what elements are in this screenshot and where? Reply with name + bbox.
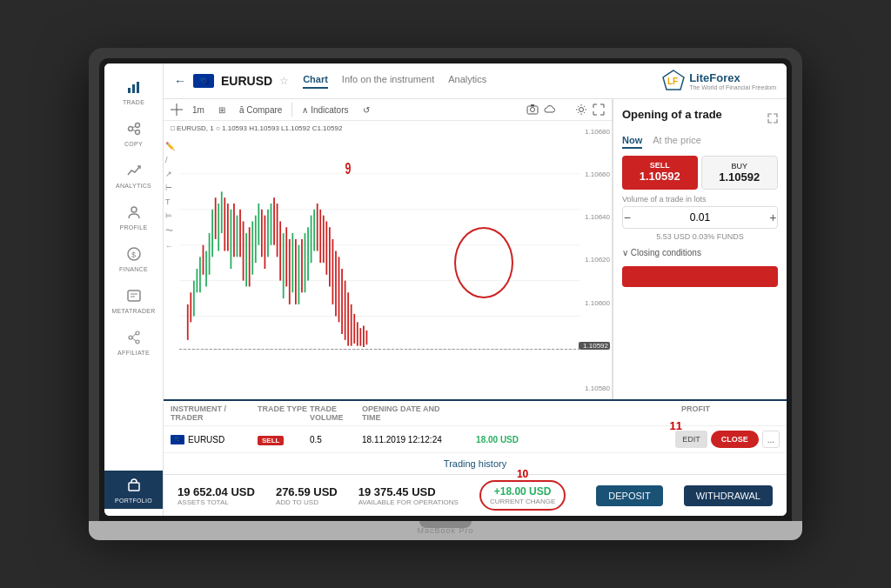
camera-icon[interactable] [526, 104, 539, 116]
row-actions: EDIT CLOSE ... [675, 431, 780, 448]
svg-rect-92 [366, 331, 368, 344]
sidebar-item-analytics[interactable]: ANALYTICS [104, 154, 163, 196]
mode-now-btn[interactable]: Now [622, 135, 642, 149]
sidebar-item-portfolio[interactable]: PORTFOLIO [104, 471, 163, 509]
volume-input[interactable] [632, 208, 769, 227]
svg-rect-64 [279, 221, 281, 280]
svg-rect-37 [197, 269, 198, 292]
text-tool-icon[interactable]: T [165, 197, 178, 206]
mode-atprice-btn[interactable]: At the price [653, 135, 701, 149]
available-value: 19 375.45 USD [358, 485, 459, 498]
svg-rect-0 [128, 88, 131, 93]
svg-line-6 [132, 126, 136, 128]
chart-tabs: Chart Info on the instrument Analytics [303, 74, 486, 89]
col-type-header: TRADE TYPE [258, 404, 310, 422]
indicators-btn[interactable]: ∧ Indicators [298, 104, 352, 117]
instrument-name: EURUSD [221, 74, 272, 88]
copy-icon [124, 119, 144, 138]
more-options-button[interactable]: ... [762, 431, 780, 448]
chart-type-btn[interactable]: ⊞ [214, 104, 230, 117]
sell-button[interactable]: SELL 1.10592 [622, 156, 698, 190]
sidebar-item-metatrader[interactable]: METATRADER [104, 279, 163, 321]
left-arrow-icon[interactable]: ← [165, 242, 178, 251]
svg-rect-39 [203, 245, 204, 275]
svg-point-16 [136, 340, 139, 344]
svg-rect-35 [190, 292, 191, 322]
instrument-flag: 🇪🇺 [193, 74, 214, 88]
arrow-icon[interactable]: ↗ [165, 170, 178, 178]
favorite-star-icon[interactable]: ☆ [279, 75, 289, 87]
sidebar-portfolio-label: PORTFOLIO [115, 498, 152, 504]
tab-info[interactable]: Info on the instrument [342, 74, 434, 89]
svg-rect-69 [295, 239, 297, 304]
execute-trade-button[interactable] [622, 266, 778, 287]
sidebar-item-finance[interactable]: $ FINANCE [104, 237, 163, 279]
svg-rect-66 [285, 227, 287, 286]
col-date-header: OPENING DATE AND TIME [362, 404, 458, 422]
svg-rect-78 [323, 216, 325, 264]
back-button[interactable]: ← [174, 74, 186, 88]
deposit-button[interactable]: DEPOSIT [596, 485, 662, 506]
close-trade-button[interactable]: CLOSE [711, 431, 759, 448]
svg-rect-74 [311, 216, 312, 264]
svg-rect-45 [221, 191, 223, 233]
price-axis: 1.10680 1.10660 1.10640 1.10620 1.10600 … [579, 121, 610, 399]
svg-point-5 [135, 130, 139, 135]
liteforex-logo-icon: LF [661, 69, 686, 93]
svg-rect-62 [273, 197, 275, 245]
timeframe-btn[interactable]: 1m [188, 104, 209, 117]
pencil-icon[interactable]: ✏️ [165, 142, 178, 150]
row-date: 18.11.2019 12:12:24 [362, 435, 458, 444]
row-flag: 🇪🇺 [171, 435, 184, 444]
svg-rect-79 [325, 221, 327, 274]
annotation-10: 10 [517, 468, 528, 480]
svg-text:LF: LF [667, 77, 678, 86]
trade-type-badge: SELL [258, 436, 284, 445]
fullscreen-icon[interactable] [593, 104, 605, 116]
sidebar-item-profile[interactable]: PROFILE [104, 196, 163, 237]
row-instrument: 🇪🇺 EURUSD [171, 435, 258, 444]
content-area: 1m ⊞ ă Compare ∧ Indicators ↺ [164, 99, 787, 399]
withdrawal-button[interactable]: WITHDRAWAL [684, 485, 773, 506]
wave-icon[interactable]: 〜 [165, 225, 178, 237]
trading-history-link[interactable]: Trading history [164, 453, 787, 474]
logo-area: LF LiteForex The World of Financial Free… [661, 69, 776, 93]
line-icon[interactable]: / [165, 156, 178, 164]
main-content: ← 🇪🇺 EURUSD ☆ Chart Info on the instrume… [164, 63, 787, 516]
svg-line-17 [132, 334, 136, 337]
available-stat: 19 375.45 USD AVAILABLE FOR OPERATIONS [358, 485, 459, 506]
portfolio-row: 🇪🇺 EURUSD SELL 0.5 18.11.2019 12:12:24 1… [164, 426, 787, 453]
sidebar-item-copy[interactable]: COPY [104, 112, 163, 154]
settings-icon[interactable] [575, 104, 587, 116]
svg-point-3 [128, 127, 132, 131]
closing-conditions-toggle[interactable]: ∨ Closing conditions [622, 248, 778, 257]
sidebar-item-affiliate[interactable]: AFFILIATE [104, 321, 163, 363]
tab-chart[interactable]: Chart [303, 74, 328, 89]
expand-icon[interactable] [767, 113, 778, 124]
svg-rect-71 [301, 239, 303, 292]
volume-increase-btn[interactable]: + [769, 207, 778, 228]
laptop-base [89, 521, 802, 540]
tab-analytics[interactable]: Analytics [448, 74, 486, 89]
current-change-widget: +18.00 USD CURRENT CHANGE [479, 480, 566, 511]
svg-rect-47 [227, 204, 229, 251]
undo-btn[interactable]: ↺ [358, 104, 374, 117]
svg-rect-11 [128, 291, 140, 301]
price-chart-svg: 9 [179, 138, 580, 399]
available-label: AVAILABLE FOR OPERATIONS [358, 498, 459, 506]
cloud-icon[interactable] [544, 104, 556, 116]
svg-rect-53 [245, 233, 247, 286]
save-btn[interactable] [561, 108, 570, 111]
buy-button[interactable]: BUY 1.10592 [701, 156, 779, 190]
edit-trade-button[interactable]: EDIT [675, 431, 707, 448]
svg-text:$: $ [131, 251, 136, 259]
measure-icon[interactable]: ⊨ [165, 211, 178, 220]
svg-rect-68 [291, 233, 293, 292]
sidebar-item-trade[interactable]: TRADE [104, 70, 163, 112]
svg-line-7 [132, 130, 136, 131]
volume-decrease-btn[interactable]: − [623, 207, 632, 228]
compare-btn[interactable]: ă Compare [235, 104, 286, 117]
svg-rect-72 [305, 233, 306, 292]
svg-point-25 [531, 108, 535, 112]
ruler-icon[interactable]: ⊢ [165, 184, 178, 192]
